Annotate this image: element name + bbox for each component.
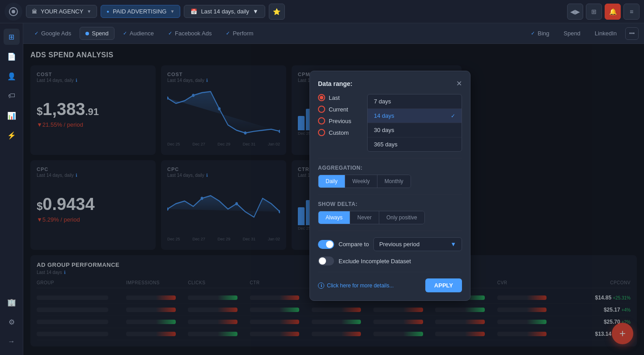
days-dropdown: 7 days 14 days ✓ 30 days 365 days	[367, 94, 462, 152]
modal-footer: ℹ Click here for more details... APPLY	[318, 278, 462, 292]
agg-monthly[interactable]: Monthly	[377, 175, 411, 188]
delta-btn-group: Always Never Only positive	[318, 211, 425, 224]
sidebar-item-lightning[interactable]: ⚡	[4, 127, 20, 143]
exclude-label: Exclude Incomplete Dataset	[339, 258, 411, 265]
sidebar-item-expand[interactable]: →	[4, 334, 20, 350]
info-icon: ℹ	[318, 282, 324, 289]
compare-dropdown[interactable]: Previous period ▼	[373, 237, 462, 251]
tab-spend[interactable]: Spend	[80, 27, 114, 40]
sidebar-item-chart[interactable]: 📊	[4, 107, 20, 124]
radio-current-label: Current	[329, 106, 348, 113]
tab-spend2-label: Spend	[564, 30, 580, 37]
app-logo	[4, 3, 22, 21]
days-7[interactable]: 7 days	[368, 94, 462, 109]
channel-dropdown[interactable]: ● PAID ADVERTISING ▼	[101, 5, 180, 18]
info-link[interactable]: ℹ Click here for more details...	[318, 282, 394, 289]
tab-spend2[interactable]: Spend	[558, 27, 586, 40]
days-365[interactable]: 365 days	[368, 137, 462, 151]
tab-google-label: Google Ads	[41, 30, 71, 37]
bookmark-button[interactable]: ⭐	[269, 4, 285, 20]
radio-custom-label: Custom	[329, 129, 349, 136]
modal-title: Data range:	[318, 80, 352, 87]
channel-chevron: ▼	[170, 9, 174, 14]
date-chevron: ▼	[253, 8, 258, 15]
nav-right-buttons: ◀▶ ⊞ 🔔 ≡	[567, 4, 640, 20]
sidebar: ⊞ 📄 👤 🏷 📊 ⚡ 🏢 ⚙ →	[0, 23, 23, 355]
radio-last-circle	[318, 94, 325, 101]
aggregation-label: Aggregation:	[318, 165, 462, 171]
tab-audience-label: Audience	[130, 30, 154, 37]
delta-always[interactable]: Always	[318, 211, 350, 224]
exclude-toggle[interactable]	[318, 257, 334, 265]
alert-button[interactable]: 🔔	[605, 4, 621, 20]
radio-current-circle	[318, 106, 325, 113]
show-delta-label: Show delta:	[318, 201, 462, 207]
top-nav: 🏛 YOUR AGENCY ▼ ● PAID ADVERTISING ▼ 📅 L…	[0, 0, 644, 23]
date-range-dropdown[interactable]: 📅 Last 14 days, daily ▼	[184, 5, 265, 18]
compare-toggle[interactable]	[318, 240, 334, 249]
range-radio-group: Last Current Previous	[318, 94, 363, 152]
bing-check-icon: ✓	[531, 30, 535, 36]
tab-more-button[interactable]: •••	[625, 27, 639, 40]
agg-weekly[interactable]: Weekly	[345, 175, 377, 188]
compare-label: Compare to	[339, 241, 369, 248]
days-30[interactable]: 30 days	[368, 123, 462, 137]
content-area: ADS SPEND ANALYSIS COST Last 14 days, da…	[23, 44, 644, 355]
modal-divider-1	[318, 158, 462, 158]
delta-never[interactable]: Never	[350, 211, 379, 224]
modal-range-row: Last Current Previous	[318, 94, 462, 152]
google-check-icon: ✓	[34, 30, 38, 36]
sidebar-item-reports[interactable]: 📄	[4, 48, 20, 64]
spend-dot-icon	[85, 32, 89, 35]
compare-button[interactable]: ◀▶	[567, 4, 583, 20]
tab-facebook-ads[interactable]: ✓ Facebook Ads	[162, 27, 217, 40]
agency-label: YOUR AGENCY	[41, 8, 83, 15]
radio-previous[interactable]: Previous	[318, 117, 363, 124]
radio-custom[interactable]: Custom	[318, 129, 363, 136]
agency-dropdown[interactable]: 🏛 YOUR AGENCY ▼	[26, 5, 97, 18]
apply-button[interactable]: APPLY	[425, 278, 462, 292]
delta-positive[interactable]: Only positive	[379, 211, 424, 224]
modal-divider-3	[318, 231, 462, 231]
sidebar-item-dashboard[interactable]: ⊞	[4, 29, 20, 45]
tab-right-group: ✓ Bing Spend LinkedIn •••	[525, 27, 639, 40]
date-label: Last 14 days, daily	[201, 8, 249, 15]
share-button[interactable]: ⊞	[586, 4, 602, 20]
tab-performance[interactable]: ✓ Perform	[220, 27, 259, 40]
tab-google-ads[interactable]: ✓ Google Ads	[29, 27, 77, 40]
modal-overlay[interactable]: Data range: ✕ Last Current	[23, 44, 644, 355]
tab-linkedin[interactable]: LinkedIn	[589, 27, 623, 40]
sidebar-item-users[interactable]: 👤	[4, 68, 20, 84]
radio-last-label: Last	[329, 94, 340, 101]
modal-close-button[interactable]: ✕	[456, 79, 462, 88]
facebook-check-icon: ✓	[168, 30, 172, 36]
tab-linkedin-label: LinkedIn	[595, 30, 617, 37]
exclude-row: Exclude Incomplete Dataset	[318, 257, 462, 265]
tab-bar: ✓ Google Ads Spend ✓ Audience ✓ Facebook…	[23, 23, 644, 44]
info-link-text: Click here for more details...	[327, 282, 394, 289]
aggregation-btn-group: Daily Weekly Monthly	[318, 175, 411, 188]
compare-value: Previous period	[379, 241, 419, 248]
radio-previous-label: Previous	[329, 118, 352, 124]
sidebar-item-building[interactable]: 🏢	[4, 294, 20, 310]
days-365-label: 365 days	[374, 141, 398, 148]
sidebar-item-settings[interactable]: ⚙	[4, 314, 20, 330]
radio-current[interactable]: Current	[318, 106, 363, 113]
compare-chevron-icon: ▼	[450, 241, 456, 248]
data-range-modal: Data range: ✕ Last Current	[309, 71, 470, 301]
performance-check-icon: ✓	[226, 30, 230, 36]
tab-bing[interactable]: ✓ Bing	[525, 27, 555, 40]
days-14[interactable]: 14 days ✓	[368, 109, 462, 123]
svg-point-1	[12, 10, 15, 13]
compare-row: Compare to Previous period ▼	[318, 237, 462, 251]
menu-button[interactable]: ≡	[623, 4, 640, 20]
main-content: ✓ Google Ads Spend ✓ Audience ✓ Facebook…	[23, 23, 644, 355]
days-14-label: 14 days	[374, 112, 394, 119]
tab-audience[interactable]: ✓ Audience	[117, 27, 160, 40]
sidebar-item-tag[interactable]: 🏷	[4, 88, 20, 104]
radio-last[interactable]: Last	[318, 94, 363, 101]
modal-divider-2	[318, 194, 462, 195]
days-14-check-icon: ✓	[451, 113, 455, 119]
days-30-label: 30 days	[374, 127, 394, 133]
agg-daily[interactable]: Daily	[318, 175, 345, 188]
